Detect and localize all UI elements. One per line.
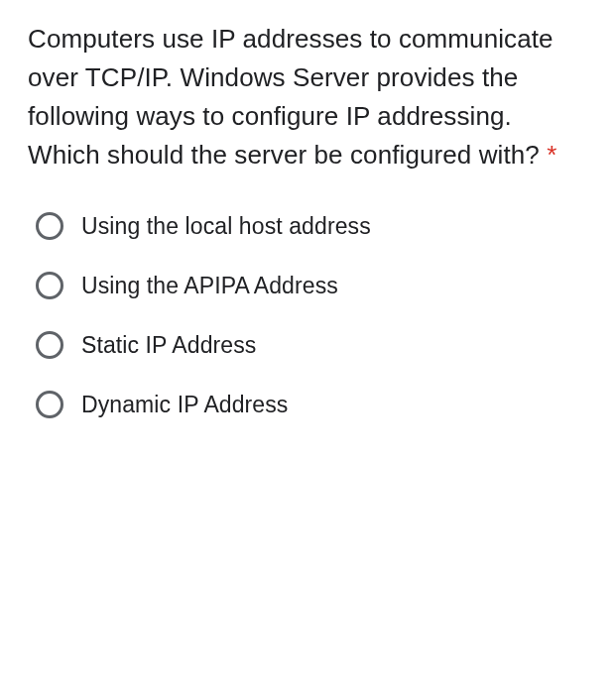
question-prompt: Computers use IP addresses to communicat… [28,24,554,170]
option-apipa[interactable]: Using the APIPA Address [36,272,588,299]
options-group: Using the local host address Using the A… [28,212,588,418]
option-label: Using the APIPA Address [81,273,338,299]
option-dynamic-ip[interactable]: Dynamic IP Address [36,391,588,418]
option-label: Dynamic IP Address [81,392,288,418]
option-local-host[interactable]: Using the local host address [36,212,588,240]
question-text: Computers use IP addresses to communicat… [28,20,588,174]
option-label: Using the local host address [81,213,371,240]
radio-icon [36,272,63,299]
option-label: Static IP Address [81,332,256,359]
required-asterisk: * [547,140,556,170]
radio-icon [36,212,63,240]
radio-icon [36,331,63,359]
option-static-ip[interactable]: Static IP Address [36,331,588,359]
radio-icon [36,391,63,418]
